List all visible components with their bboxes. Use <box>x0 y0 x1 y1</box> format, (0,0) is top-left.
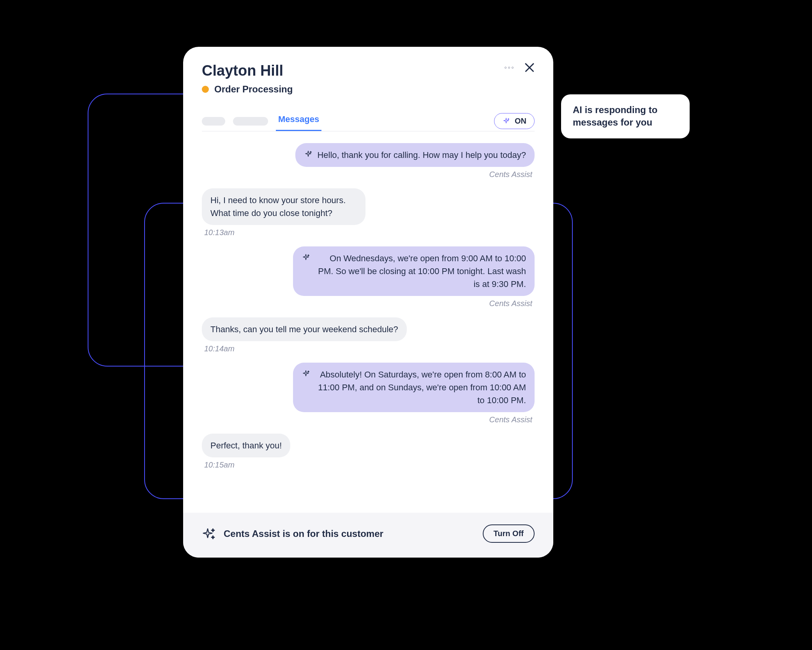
message-row: On Wednesdays, we're open from 9:00 AM t… <box>202 246 535 296</box>
timestamp: 10:14am <box>204 344 535 353</box>
ai-message-bubble: On Wednesdays, we're open from 9:00 AM t… <box>293 246 535 296</box>
chat-body[interactable]: Hello, thank you for calling. How may I … <box>183 131 553 513</box>
status-label: Order Processing <box>214 84 293 95</box>
ai-message-bubble: Hello, thank you for calling. How may I … <box>295 143 535 167</box>
sender-label: Cents Assist <box>202 299 532 308</box>
tab-placeholder-2[interactable] <box>233 117 268 126</box>
message-text: On Wednesdays, we're open from 9:00 AM t… <box>315 252 526 290</box>
status-dot <box>202 86 209 93</box>
sparkle-icon <box>304 150 312 159</box>
user-message-bubble: Thanks, can you tell me your weekend sch… <box>202 317 407 341</box>
message-text: Perfect, thank you! <box>210 441 282 450</box>
customer-name: Clayton Hill <box>202 62 283 79</box>
message-text: Hi, I need to know your store hours. Wha… <box>210 195 346 218</box>
chat-footer: Cents Assist is on for this customer Tur… <box>183 513 553 558</box>
timestamp: 10:13am <box>204 228 535 237</box>
chat-header: Clayton Hill Order Processing Messages <box>183 47 553 131</box>
sender-label: Cents Assist <box>202 415 532 424</box>
more-icon[interactable] <box>505 67 514 69</box>
ai-tooltip: AI is responding to messages for you <box>561 94 690 138</box>
message-text: Absolutely! On Saturdays, we're open fro… <box>315 368 526 407</box>
tooltip-text: AI is responding to messages for you <box>573 104 678 129</box>
message-row: Perfect, thank you! <box>202 434 535 457</box>
message-row: Thanks, can you tell me your weekend sch… <box>202 317 535 341</box>
toggle-label: ON <box>515 117 526 126</box>
user-message-bubble: Hi, I need to know your store hours. Wha… <box>202 188 365 225</box>
sparkle-icon <box>302 370 310 378</box>
footer-status-text: Cents Assist is on for this customer <box>224 528 383 539</box>
user-message-bubble: Perfect, thank you! <box>202 434 290 457</box>
timestamp: 10:15am <box>204 460 535 469</box>
message-row: Hi, I need to know your store hours. Wha… <box>202 188 535 225</box>
message-text: Thanks, can you tell me your weekend sch… <box>210 324 398 334</box>
tab-messages[interactable]: Messages <box>276 111 321 131</box>
message-row: Hello, thank you for calling. How may I … <box>202 143 535 167</box>
turn-off-button[interactable]: Turn Off <box>483 524 535 543</box>
close-icon[interactable] <box>524 62 535 73</box>
sparkle-icon <box>302 253 310 262</box>
sender-label: Cents Assist <box>202 170 532 179</box>
sparkle-icon <box>502 117 510 125</box>
sparkle-icon <box>202 527 216 541</box>
ai-message-bubble: Absolutely! On Saturdays, we're open fro… <box>293 363 535 412</box>
tab-placeholder-1[interactable] <box>202 117 225 126</box>
message-text: Hello, thank you for calling. How may I … <box>317 149 526 161</box>
chat-panel: Clayton Hill Order Processing Messages <box>183 47 553 558</box>
status-row: Order Processing <box>202 84 535 95</box>
ai-toggle[interactable]: ON <box>494 113 535 129</box>
message-row: Absolutely! On Saturdays, we're open fro… <box>202 363 535 412</box>
